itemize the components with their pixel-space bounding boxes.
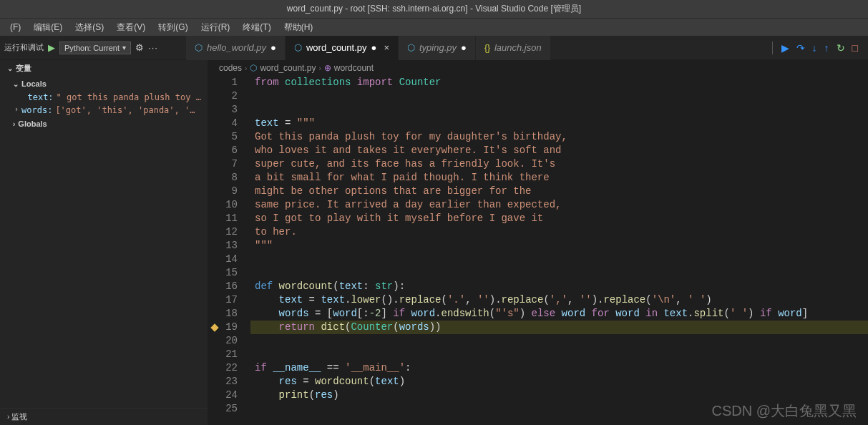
variables-header[interactable]: ⌄ 变量: [0, 60, 208, 77]
code-line[interactable]: who loves it and takes it everywhere. It…: [250, 144, 868, 157]
debug-section-label: 运行和调试: [4, 42, 44, 53]
watch-label: 监视: [11, 412, 27, 421]
line-number[interactable]: 10: [208, 198, 238, 212]
line-number[interactable]: 23: [208, 375, 238, 389]
restart-icon[interactable]: ↻: [837, 42, 845, 54]
tab-label: launch.json: [494, 42, 542, 53]
tab-hello_world-py[interactable]: ⬡hello_world.py●: [186, 36, 286, 60]
code-line[interactable]: def wordcount(text: str):: [250, 280, 868, 293]
code-line[interactable]: [250, 348, 868, 361]
code-body[interactable]: 1234567891011121314151617181920212223242…: [208, 76, 868, 416]
menu-item-7[interactable]: 帮助(H): [278, 20, 319, 35]
code-lines[interactable]: from collections import Counter text = "…: [250, 76, 868, 416]
breadcrumb-folder[interactable]: codes: [219, 63, 242, 73]
step-into-icon[interactable]: ↓: [812, 42, 817, 54]
line-number[interactable]: 22: [208, 361, 238, 375]
step-out-icon[interactable]: ↑: [824, 42, 829, 54]
code-line[interactable]: [250, 334, 868, 348]
menu-item-0[interactable]: (F): [4, 21, 26, 34]
code-line[interactable]: might be other options that are bigger f…: [250, 185, 868, 198]
debug-config-label: Python: Current: [64, 44, 120, 52]
code-line[interactable]: words = [word[:-2] if word.endswith("'s"…: [250, 307, 868, 321]
code-line[interactable]: from collections import Counter: [250, 76, 868, 89]
code-line[interactable]: [250, 103, 868, 117]
separator: [772, 41, 773, 54]
code-line[interactable]: if __name__ == '__main__':: [250, 361, 868, 375]
code-line[interactable]: to her.: [250, 225, 868, 239]
close-icon[interactable]: ×: [384, 42, 389, 53]
line-number[interactable]: 15: [208, 266, 238, 280]
code-line[interactable]: super cute, and its face has a friendly …: [250, 157, 868, 171]
code-line[interactable]: Got this panda plush toy for my daughter…: [250, 130, 868, 144]
breadcrumb-symbol[interactable]: wordcount: [334, 63, 374, 73]
line-number[interactable]: 5: [208, 130, 238, 144]
code-line[interactable]: res = wordcount(text): [250, 375, 868, 389]
line-number[interactable]: 16: [208, 280, 238, 293]
menu-item-2[interactable]: 选择(S): [69, 20, 109, 35]
code-line[interactable]: [250, 266, 868, 280]
chevron-right-icon: ›: [14, 105, 19, 115]
variable-item[interactable]: text:" got this panda plush toy …: [0, 91, 208, 104]
code-line[interactable]: [250, 253, 868, 266]
watch-header[interactable]: › 监视: [0, 408, 208, 425]
line-number[interactable]: 13: [208, 239, 238, 253]
line-number[interactable]: 2: [208, 89, 238, 103]
line-number[interactable]: 11: [208, 212, 238, 225]
editor-tabs: ⬡hello_world.py●⬡word_count.py●×⬡typing.…: [186, 36, 761, 60]
continue-icon[interactable]: ▶: [781, 42, 789, 54]
menu-item-3[interactable]: 查看(V): [111, 20, 151, 35]
code-line[interactable]: print(res): [250, 389, 868, 402]
gutter[interactable]: 1234567891011121314151617181920212223242…: [208, 76, 250, 416]
line-number[interactable]: 21: [208, 348, 238, 361]
debug-config-dropdown[interactable]: Python: Current ▾: [59, 41, 131, 54]
code-line[interactable]: return dict(Counter(words)): [250, 321, 868, 334]
line-number[interactable]: 3: [208, 103, 238, 117]
line-number[interactable]: 8: [208, 171, 238, 185]
breadcrumb-file[interactable]: word_count.py: [260, 63, 316, 73]
menu-item-4[interactable]: 转到(G): [152, 20, 193, 35]
start-debug-icon[interactable]: ▶: [48, 42, 55, 53]
line-number[interactable]: 20: [208, 334, 238, 348]
code-line[interactable]: text = """: [250, 117, 868, 130]
line-number[interactable]: 25: [208, 402, 238, 416]
chevron-down-icon: ⌄: [7, 64, 13, 72]
code-line[interactable]: so I got to play with it myself before I…: [250, 212, 868, 225]
line-number[interactable]: 18: [208, 307, 238, 321]
variable-item[interactable]: ›words:['got', 'this', 'panda', '…: [0, 104, 208, 117]
code-line[interactable]: same price. It arrived a day earlier tha…: [250, 198, 868, 212]
line-number[interactable]: 4: [208, 117, 238, 130]
globals-label: Globals: [18, 119, 47, 128]
globals-header[interactable]: › Globals: [0, 117, 208, 131]
code-line[interactable]: [250, 402, 868, 416]
line-number[interactable]: 14: [208, 253, 238, 266]
line-number[interactable]: 19: [208, 321, 238, 334]
line-number[interactable]: 6: [208, 144, 238, 157]
step-over-icon[interactable]: ↷: [796, 42, 805, 54]
line-number[interactable]: 9: [208, 185, 238, 198]
code-line[interactable]: a bit small for what I paid though. I th…: [250, 171, 868, 185]
tab-typing-py[interactable]: ⬡typing.py●: [399, 36, 476, 60]
stop-icon[interactable]: □: [852, 42, 858, 54]
line-number[interactable]: 1: [208, 76, 238, 89]
menu-item-6[interactable]: 终端(T): [237, 20, 276, 35]
tab-launch-json[interactable]: {}launch.json: [476, 36, 551, 60]
sidebar: ⌄ 变量 ⌄ Locals text:" got this panda plus…: [0, 60, 208, 425]
line-number[interactable]: 24: [208, 389, 238, 402]
line-number[interactable]: 7: [208, 157, 238, 171]
code-line[interactable]: text = text.lower().replace('.', '').rep…: [250, 293, 868, 307]
line-number[interactable]: 17: [208, 293, 238, 307]
gear-icon[interactable]: ⚙: [135, 42, 144, 53]
breadcrumb[interactable]: codes › ⬡ word_count.py › ⊕ wordcount: [208, 60, 868, 76]
code-line[interactable]: [250, 89, 868, 103]
menu-item-5[interactable]: 运行(R): [195, 20, 236, 35]
menubar: (F)编辑(E)选择(S)查看(V)转到(G)运行(R)终端(T)帮助(H): [0, 18, 868, 36]
line-number[interactable]: 12: [208, 225, 238, 239]
tab-word_count-py[interactable]: ⬡word_count.py●×: [286, 36, 399, 60]
python-icon: ⬡: [195, 42, 203, 53]
locals-header[interactable]: ⌄ Locals: [0, 77, 208, 91]
python-icon: ⬡: [250, 63, 257, 73]
menu-item-1[interactable]: 编辑(E): [28, 20, 68, 35]
json-icon: {}: [484, 43, 490, 53]
code-line[interactable]: """: [250, 239, 868, 253]
more-icon[interactable]: ···: [148, 42, 158, 53]
